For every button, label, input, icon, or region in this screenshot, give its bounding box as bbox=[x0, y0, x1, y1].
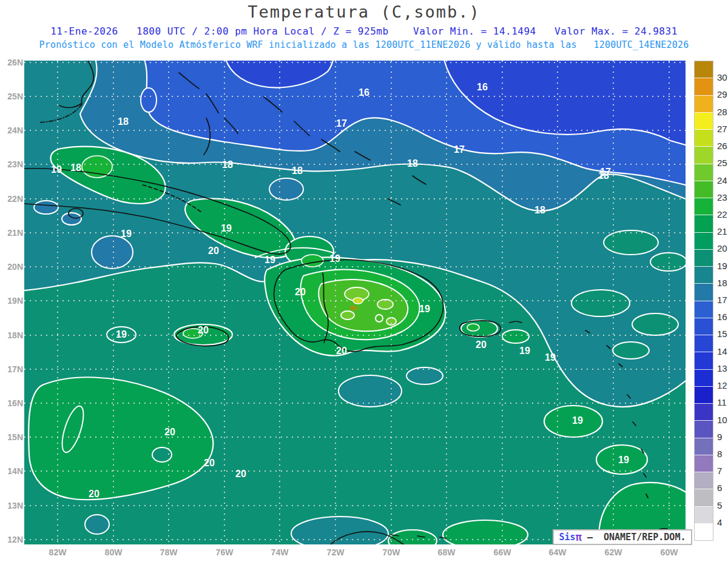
colorbar-block bbox=[695, 404, 713, 421]
lon-tick-label: 60W bbox=[656, 547, 682, 557]
contour-value-label: 19 bbox=[329, 253, 340, 264]
contour-value-label: 18 bbox=[118, 116, 129, 127]
colorbar-block bbox=[695, 164, 713, 181]
lon-tick-label: 64W bbox=[544, 547, 571, 557]
colorbar-block bbox=[695, 421, 713, 438]
contour-value-label: 18 bbox=[222, 159, 233, 170]
contour-value-label: 20 bbox=[89, 489, 99, 499]
lat-tick-label: 25N bbox=[4, 92, 23, 101]
colorbar-tick-label: 25 bbox=[717, 158, 728, 168]
temperature-map: 1616171717181818181818181919191919191919… bbox=[24, 61, 686, 544]
lat-tick-label: 12N bbox=[4, 535, 23, 544]
colorbar-tick-label: 23 bbox=[717, 192, 728, 202]
colorbar-tick-label: 13 bbox=[717, 363, 728, 373]
contour-value-label: 19 bbox=[419, 304, 430, 314]
watermark-box: Sisπ – ONAMET/REP.DOM. bbox=[553, 529, 692, 545]
colorbar-tick-label: 22 bbox=[717, 209, 728, 219]
contour-value-label: 18 bbox=[292, 166, 303, 176]
contour-value-label: 19 bbox=[618, 455, 629, 465]
colorbar-block bbox=[695, 507, 713, 524]
lat-tick-label: 13N bbox=[4, 501, 23, 510]
contour-value-label: 19 bbox=[545, 352, 556, 363]
colorbar-tick-label: 24 bbox=[717, 175, 728, 186]
contour-value-label: 20 bbox=[164, 427, 175, 437]
colorbar-block bbox=[695, 489, 713, 506]
colorbar-tick-label: 20 bbox=[717, 243, 728, 253]
contour-value-label: 17 bbox=[454, 144, 465, 155]
lat-tick-label: 21N bbox=[4, 228, 23, 238]
contour-value-label: 19 bbox=[116, 329, 127, 340]
contour-value-label: 16 bbox=[359, 87, 369, 98]
colorbar-tick-label: 9 bbox=[717, 432, 728, 442]
colorbar-block bbox=[695, 130, 713, 147]
lat-tick-label: 16N bbox=[4, 398, 23, 408]
contour-value-label: 18 bbox=[598, 170, 609, 181]
colorbar-block bbox=[695, 215, 713, 232]
watermark-pi-icon: π bbox=[576, 531, 582, 543]
colorbar-block bbox=[695, 284, 713, 301]
contour-value-label: 19 bbox=[51, 164, 62, 175]
contour-fills bbox=[24, 61, 686, 544]
colorbar-block bbox=[695, 113, 713, 130]
colorbar-block bbox=[695, 455, 713, 472]
lat-tick-label: 23N bbox=[4, 159, 23, 169]
weather-map-figure: Temperatura (C,somb.) 11-Ene-2026 1800 U… bbox=[0, 0, 728, 562]
colorbar-block bbox=[695, 335, 713, 352]
lon-tick-label: 72W bbox=[322, 547, 349, 557]
contour-value-label: 18 bbox=[70, 162, 81, 173]
contour-value-label: 19 bbox=[572, 415, 583, 426]
contour-value-label: 18 bbox=[407, 158, 418, 169]
colorbar-block bbox=[695, 387, 713, 404]
colorbar-tick-label: 5 bbox=[717, 500, 728, 510]
colorbar-tick-label: 19 bbox=[717, 261, 728, 271]
colorbar-tick-label: 18 bbox=[717, 278, 728, 288]
contour-value-label: 18 bbox=[534, 205, 545, 215]
contour-value-label: 20 bbox=[235, 469, 246, 479]
colorbar-tick-label: 15 bbox=[717, 329, 728, 339]
lon-tick-label: 62W bbox=[600, 547, 627, 557]
colorbar-block bbox=[695, 318, 713, 335]
lat-tick-label: 15N bbox=[4, 432, 23, 442]
colorbar-tick-label: 17 bbox=[717, 295, 728, 305]
colorbar-block bbox=[695, 370, 713, 387]
lat-tick-label: 26N bbox=[4, 58, 23, 67]
lon-tick-label: 80W bbox=[100, 547, 127, 557]
lat-tick-label: 19N bbox=[4, 296, 23, 306]
lon-tick-label: 82W bbox=[44, 547, 71, 557]
lat-tick-label: 22N bbox=[4, 194, 23, 204]
subtitle-model-info: Pronóstico con el Modelo Atmósferico WRF… bbox=[0, 39, 728, 50]
colorbar-tick-label: 11 bbox=[717, 397, 728, 407]
colorbar-block bbox=[695, 524, 713, 540]
colorbar-block bbox=[695, 472, 713, 489]
colorbar-block bbox=[695, 61, 713, 78]
colorbar-block bbox=[695, 267, 713, 284]
lat-tick-label: 18N bbox=[4, 330, 23, 340]
temperature-colorbar bbox=[694, 61, 713, 541]
lat-tick-label: 17N bbox=[4, 364, 23, 374]
lon-tick-label: 66W bbox=[489, 547, 516, 557]
colorbar-tick-label: 8 bbox=[717, 449, 728, 459]
colorbar-block bbox=[695, 250, 713, 267]
colorbar-block bbox=[695, 301, 713, 318]
contour-value-label: 20 bbox=[295, 287, 306, 297]
colorbar-tick-label: 14 bbox=[717, 346, 728, 356]
colorbar-tick-label: 30 bbox=[717, 72, 728, 82]
contour-value-label: 17 bbox=[336, 118, 347, 129]
page-title: Temperatura (C,somb.) bbox=[12, 2, 716, 21]
watermark-onamet: – ONAMET/REP.DOM. bbox=[582, 532, 686, 543]
lat-tick-label: 14N bbox=[4, 466, 23, 476]
lon-tick-label: 68W bbox=[433, 547, 460, 557]
colorbar-tick-label: 10 bbox=[717, 415, 728, 425]
lon-tick-label: 74W bbox=[266, 547, 293, 557]
colorbar-tick-label: 27 bbox=[717, 124, 728, 134]
colorbar-block bbox=[695, 147, 713, 164]
colorbar-tick-label: 7 bbox=[717, 466, 728, 476]
lon-tick-label: 76W bbox=[211, 547, 238, 557]
colorbar-tick-label: 12 bbox=[717, 380, 728, 390]
colorbar-block bbox=[695, 181, 713, 198]
colorbar-tick-label: 6 bbox=[717, 483, 728, 493]
contour-value-label: 19 bbox=[121, 229, 132, 239]
contour-value-label: 16 bbox=[477, 82, 488, 92]
colorbar-block bbox=[695, 96, 713, 113]
lon-tick-label: 70W bbox=[378, 547, 405, 557]
